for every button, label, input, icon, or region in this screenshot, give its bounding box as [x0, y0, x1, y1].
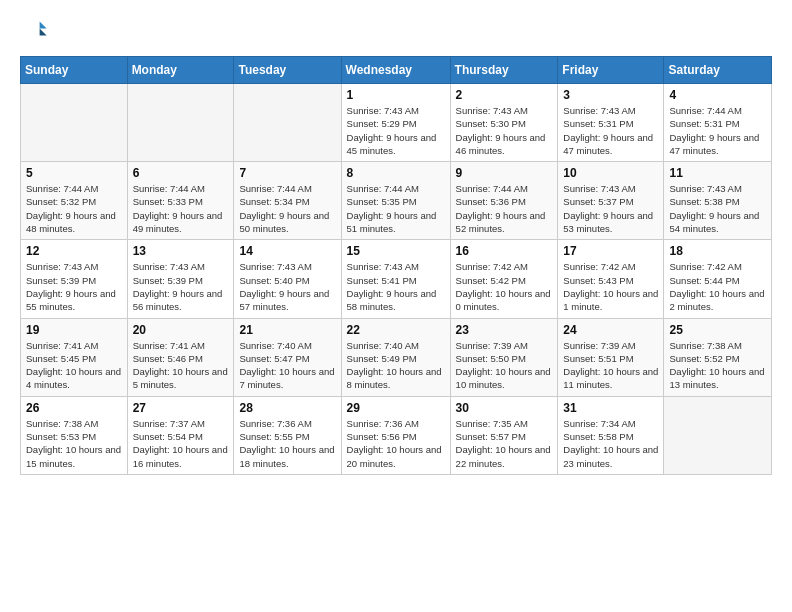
calendar-cell: 31Sunrise: 7:34 AM Sunset: 5:58 PM Dayli… [558, 396, 664, 474]
week-row-3: 12Sunrise: 7:43 AM Sunset: 5:39 PM Dayli… [21, 240, 772, 318]
day-number: 1 [347, 88, 445, 102]
calendar-cell: 26Sunrise: 7:38 AM Sunset: 5:53 PM Dayli… [21, 396, 128, 474]
calendar-cell [21, 84, 128, 162]
logo-icon [20, 16, 48, 44]
calendar-cell: 20Sunrise: 7:41 AM Sunset: 5:46 PM Dayli… [127, 318, 234, 396]
calendar-cell: 14Sunrise: 7:43 AM Sunset: 5:40 PM Dayli… [234, 240, 341, 318]
calendar-cell: 28Sunrise: 7:36 AM Sunset: 5:55 PM Dayli… [234, 396, 341, 474]
day-number: 20 [133, 323, 229, 337]
day-number: 18 [669, 244, 766, 258]
day-number: 15 [347, 244, 445, 258]
day-info: Sunrise: 7:43 AM Sunset: 5:29 PM Dayligh… [347, 104, 445, 157]
weekday-header-monday: Monday [127, 57, 234, 84]
day-number: 12 [26, 244, 122, 258]
day-number: 10 [563, 166, 658, 180]
calendar-cell: 22Sunrise: 7:40 AM Sunset: 5:49 PM Dayli… [341, 318, 450, 396]
day-number: 11 [669, 166, 766, 180]
day-number: 5 [26, 166, 122, 180]
weekday-header-row: SundayMondayTuesdayWednesdayThursdayFrid… [21, 57, 772, 84]
day-info: Sunrise: 7:42 AM Sunset: 5:42 PM Dayligh… [456, 260, 553, 313]
day-number: 9 [456, 166, 553, 180]
calendar-cell: 30Sunrise: 7:35 AM Sunset: 5:57 PM Dayli… [450, 396, 558, 474]
day-info: Sunrise: 7:41 AM Sunset: 5:46 PM Dayligh… [133, 339, 229, 392]
day-info: Sunrise: 7:43 AM Sunset: 5:31 PM Dayligh… [563, 104, 658, 157]
weekday-header-tuesday: Tuesday [234, 57, 341, 84]
day-number: 17 [563, 244, 658, 258]
day-number: 16 [456, 244, 553, 258]
day-info: Sunrise: 7:44 AM Sunset: 5:32 PM Dayligh… [26, 182, 122, 235]
day-number: 31 [563, 401, 658, 415]
weekday-header-thursday: Thursday [450, 57, 558, 84]
calendar-cell: 21Sunrise: 7:40 AM Sunset: 5:47 PM Dayli… [234, 318, 341, 396]
calendar-cell: 11Sunrise: 7:43 AM Sunset: 5:38 PM Dayli… [664, 162, 772, 240]
calendar-cell: 24Sunrise: 7:39 AM Sunset: 5:51 PM Dayli… [558, 318, 664, 396]
calendar-cell: 1Sunrise: 7:43 AM Sunset: 5:29 PM Daylig… [341, 84, 450, 162]
calendar-cell: 17Sunrise: 7:42 AM Sunset: 5:43 PM Dayli… [558, 240, 664, 318]
day-info: Sunrise: 7:36 AM Sunset: 5:56 PM Dayligh… [347, 417, 445, 470]
day-info: Sunrise: 7:39 AM Sunset: 5:50 PM Dayligh… [456, 339, 553, 392]
week-row-5: 26Sunrise: 7:38 AM Sunset: 5:53 PM Dayli… [21, 396, 772, 474]
day-number: 7 [239, 166, 335, 180]
day-info: Sunrise: 7:44 AM Sunset: 5:36 PM Dayligh… [456, 182, 553, 235]
calendar-cell: 7Sunrise: 7:44 AM Sunset: 5:34 PM Daylig… [234, 162, 341, 240]
day-number: 24 [563, 323, 658, 337]
day-number: 8 [347, 166, 445, 180]
calendar-cell: 9Sunrise: 7:44 AM Sunset: 5:36 PM Daylig… [450, 162, 558, 240]
day-number: 28 [239, 401, 335, 415]
day-info: Sunrise: 7:43 AM Sunset: 5:39 PM Dayligh… [26, 260, 122, 313]
day-info: Sunrise: 7:43 AM Sunset: 5:41 PM Dayligh… [347, 260, 445, 313]
day-number: 6 [133, 166, 229, 180]
day-info: Sunrise: 7:43 AM Sunset: 5:40 PM Dayligh… [239, 260, 335, 313]
week-row-4: 19Sunrise: 7:41 AM Sunset: 5:45 PM Dayli… [21, 318, 772, 396]
calendar-cell [127, 84, 234, 162]
day-info: Sunrise: 7:34 AM Sunset: 5:58 PM Dayligh… [563, 417, 658, 470]
calendar-cell: 23Sunrise: 7:39 AM Sunset: 5:50 PM Dayli… [450, 318, 558, 396]
calendar-cell [664, 396, 772, 474]
calendar-cell: 25Sunrise: 7:38 AM Sunset: 5:52 PM Dayli… [664, 318, 772, 396]
day-number: 23 [456, 323, 553, 337]
header [20, 16, 772, 44]
day-info: Sunrise: 7:44 AM Sunset: 5:34 PM Dayligh… [239, 182, 335, 235]
day-info: Sunrise: 7:42 AM Sunset: 5:43 PM Dayligh… [563, 260, 658, 313]
weekday-header-saturday: Saturday [664, 57, 772, 84]
weekday-header-sunday: Sunday [21, 57, 128, 84]
logo [20, 16, 52, 44]
day-info: Sunrise: 7:40 AM Sunset: 5:47 PM Dayligh… [239, 339, 335, 392]
day-number: 22 [347, 323, 445, 337]
day-info: Sunrise: 7:44 AM Sunset: 5:35 PM Dayligh… [347, 182, 445, 235]
calendar-cell: 27Sunrise: 7:37 AM Sunset: 5:54 PM Dayli… [127, 396, 234, 474]
day-info: Sunrise: 7:43 AM Sunset: 5:39 PM Dayligh… [133, 260, 229, 313]
day-info: Sunrise: 7:44 AM Sunset: 5:33 PM Dayligh… [133, 182, 229, 235]
week-row-2: 5Sunrise: 7:44 AM Sunset: 5:32 PM Daylig… [21, 162, 772, 240]
day-info: Sunrise: 7:37 AM Sunset: 5:54 PM Dayligh… [133, 417, 229, 470]
day-info: Sunrise: 7:44 AM Sunset: 5:31 PM Dayligh… [669, 104, 766, 157]
day-number: 21 [239, 323, 335, 337]
day-number: 30 [456, 401, 553, 415]
day-number: 3 [563, 88, 658, 102]
day-info: Sunrise: 7:39 AM Sunset: 5:51 PM Dayligh… [563, 339, 658, 392]
day-number: 25 [669, 323, 766, 337]
calendar-cell: 5Sunrise: 7:44 AM Sunset: 5:32 PM Daylig… [21, 162, 128, 240]
day-number: 27 [133, 401, 229, 415]
day-info: Sunrise: 7:41 AM Sunset: 5:45 PM Dayligh… [26, 339, 122, 392]
calendar-cell: 6Sunrise: 7:44 AM Sunset: 5:33 PM Daylig… [127, 162, 234, 240]
day-number: 26 [26, 401, 122, 415]
calendar-cell: 8Sunrise: 7:44 AM Sunset: 5:35 PM Daylig… [341, 162, 450, 240]
calendar-cell [234, 84, 341, 162]
calendar-cell: 15Sunrise: 7:43 AM Sunset: 5:41 PM Dayli… [341, 240, 450, 318]
day-number: 29 [347, 401, 445, 415]
calendar-cell: 3Sunrise: 7:43 AM Sunset: 5:31 PM Daylig… [558, 84, 664, 162]
weekday-header-wednesday: Wednesday [341, 57, 450, 84]
day-info: Sunrise: 7:38 AM Sunset: 5:52 PM Dayligh… [669, 339, 766, 392]
svg-rect-0 [20, 16, 48, 44]
day-info: Sunrise: 7:43 AM Sunset: 5:38 PM Dayligh… [669, 182, 766, 235]
day-number: 2 [456, 88, 553, 102]
day-info: Sunrise: 7:43 AM Sunset: 5:37 PM Dayligh… [563, 182, 658, 235]
calendar-cell: 12Sunrise: 7:43 AM Sunset: 5:39 PM Dayli… [21, 240, 128, 318]
calendar-cell: 19Sunrise: 7:41 AM Sunset: 5:45 PM Dayli… [21, 318, 128, 396]
day-number: 4 [669, 88, 766, 102]
calendar-cell: 29Sunrise: 7:36 AM Sunset: 5:56 PM Dayli… [341, 396, 450, 474]
day-number: 13 [133, 244, 229, 258]
week-row-1: 1Sunrise: 7:43 AM Sunset: 5:29 PM Daylig… [21, 84, 772, 162]
day-info: Sunrise: 7:42 AM Sunset: 5:44 PM Dayligh… [669, 260, 766, 313]
